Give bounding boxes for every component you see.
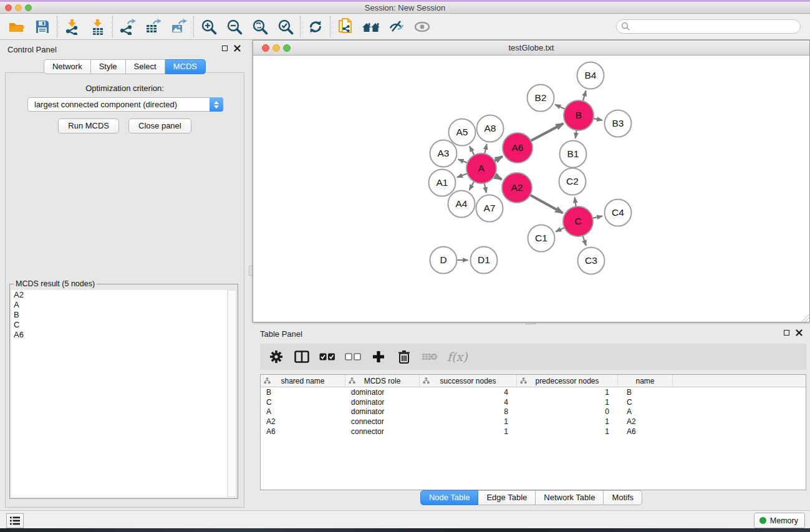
column-header-mcds-role[interactable]: MCDS role (345, 375, 420, 387)
zoom-fit-button[interactable] (247, 16, 272, 38)
table-settings-button[interactable] (268, 349, 284, 365)
graph-node-label-C: C (574, 216, 581, 226)
search-input[interactable] (630, 21, 796, 32)
close-table-panel-icon[interactable] (796, 329, 803, 336)
delete-table-button[interactable] (422, 349, 438, 365)
export-image-icon (170, 19, 187, 35)
mcds-result-item[interactable]: A6 (11, 330, 227, 340)
zoom-selected-button[interactable] (272, 16, 298, 38)
column-header-shared-name[interactable]: shared name (261, 375, 345, 387)
desktop-background-bottom (0, 528, 810, 532)
table-tab-edge-table[interactable]: Edge Table (478, 490, 536, 505)
run-mcds-button[interactable]: Run MCDS (58, 118, 119, 133)
zoom-in-button[interactable] (196, 16, 221, 38)
toolbar-separator (112, 16, 113, 37)
table-tab-node-table[interactable]: Node Table (420, 490, 479, 505)
search-field[interactable] (616, 19, 801, 34)
mcds-result-item[interactable]: A2 (11, 290, 227, 300)
table-row[interactable]: Bdominator41B (261, 387, 806, 397)
graph-node-label-C1: C1 (535, 233, 547, 243)
close-panel-button[interactable]: Close panel (128, 118, 191, 133)
add-column-icon (372, 351, 385, 363)
unselect-all-icon (345, 353, 361, 361)
save-session-icon (35, 19, 50, 34)
mcds-result-item[interactable]: B (11, 310, 227, 320)
mcds-result-item[interactable]: C (11, 320, 227, 330)
network-minimize-traffic-light[interactable] (272, 44, 280, 52)
toolbar-separator (57, 16, 57, 37)
export-network-button[interactable] (115, 16, 140, 38)
open-session-button[interactable] (4, 16, 29, 38)
export-table-button[interactable] (140, 16, 166, 38)
network-window-titlebar[interactable]: testGlobe.txt (253, 41, 809, 56)
control-tab-mcds[interactable]: MCDS (165, 59, 206, 74)
graph-node-label-B1: B1 (567, 148, 579, 159)
hide-panels-button[interactable] (383, 16, 409, 38)
table-cell: 1 (517, 427, 618, 436)
control-tab-style[interactable]: Style (91, 59, 126, 74)
save-session-button[interactable] (29, 16, 55, 38)
network-canvas[interactable]: B4B2BB3A5A8A6A3B1AA1C2A2A4A7C4CC1C3DD1 (253, 56, 809, 322)
table-cell: C (618, 398, 673, 407)
float-panel-icon[interactable] (222, 46, 228, 51)
table-cell: A2 (261, 417, 345, 426)
home-icon (362, 20, 380, 34)
graph-node-label-B: B (576, 110, 582, 120)
mcds-result-item[interactable]: A (11, 300, 227, 310)
float-table-panel-icon[interactable] (784, 330, 789, 336)
table-row[interactable]: Cdominator41C (261, 397, 806, 407)
column-header-filler (673, 375, 806, 387)
close-panel-icon[interactable] (234, 45, 241, 52)
table-cell: B (618, 388, 673, 397)
select-all-button[interactable] (319, 349, 335, 365)
refresh-button[interactable] (302, 16, 328, 38)
control-tab-select[interactable]: Select (126, 59, 165, 74)
refresh-icon (307, 19, 324, 35)
column-header-predecessor-nodes[interactable]: predecessor nodes (517, 375, 618, 387)
tree-icon (423, 377, 430, 384)
delete-column-button[interactable] (396, 349, 412, 365)
graph-node-label-A1: A1 (436, 177, 448, 188)
show-column-button[interactable] (294, 349, 310, 365)
mcds-result-list[interactable]: A2ABCA6 (11, 290, 227, 497)
memory-button[interactable]: Memory (754, 513, 805, 528)
result-scrollbar[interactable] (228, 290, 236, 497)
memory-label: Memory (770, 516, 798, 525)
home-button[interactable] (358, 16, 383, 38)
table-cell: 4 (420, 398, 517, 407)
control-tab-network[interactable]: Network (44, 59, 91, 74)
import-table-button[interactable] (85, 16, 110, 38)
table-row[interactable]: A6connector11A6 (261, 427, 806, 437)
table-row[interactable]: Adominator80A (261, 407, 806, 417)
main-toolbar (0, 14, 810, 40)
table-row[interactable]: A2connector11A2 (261, 417, 806, 427)
unselect-all-button[interactable] (345, 349, 361, 365)
memory-status-icon (759, 517, 766, 524)
export-image-button[interactable] (166, 16, 191, 38)
table-tab-motifs[interactable]: Motifs (604, 490, 642, 505)
show-column-icon (294, 351, 309, 363)
table-header-row: shared nameMCDS rolesuccessor nodesprede… (261, 375, 806, 387)
show-panels-button[interactable] (409, 16, 435, 38)
graph-node-label-A: A (478, 163, 485, 173)
table-tab-network-table[interactable]: Network Table (536, 490, 604, 505)
function-builder-button[interactable]: f(x) (447, 349, 468, 365)
criterion-dropdown[interactable]: largest connected component (directed) (27, 97, 223, 112)
node-table[interactable]: shared nameMCDS rolesuccessor nodesprede… (260, 374, 806, 490)
add-column-button[interactable] (370, 349, 387, 365)
graph-node-label-D: D (440, 254, 446, 265)
window-resize-handle[interactable] (801, 314, 809, 322)
network-zoom-traffic-light[interactable] (283, 44, 291, 52)
optimization-criterion-label: Optimization criterion: (6, 84, 244, 93)
control-panel: Control Panel NetworkStyleSelectMCDS Opt… (0, 40, 249, 510)
column-header-name[interactable]: name (618, 375, 673, 387)
network-close-traffic-light[interactable] (262, 44, 269, 52)
duplicate-network-button[interactable] (332, 16, 358, 38)
control-panel-tabs: NetworkStyleSelectMCDS (0, 59, 249, 74)
zoom-out-button[interactable] (221, 16, 247, 38)
task-history-button[interactable] (6, 513, 24, 528)
table-panel-title: Table Panel (260, 329, 302, 339)
import-network-button[interactable] (59, 16, 85, 38)
dropdown-stepper-icon (210, 97, 223, 112)
column-header-successor-nodes[interactable]: successor nodes (420, 375, 517, 387)
